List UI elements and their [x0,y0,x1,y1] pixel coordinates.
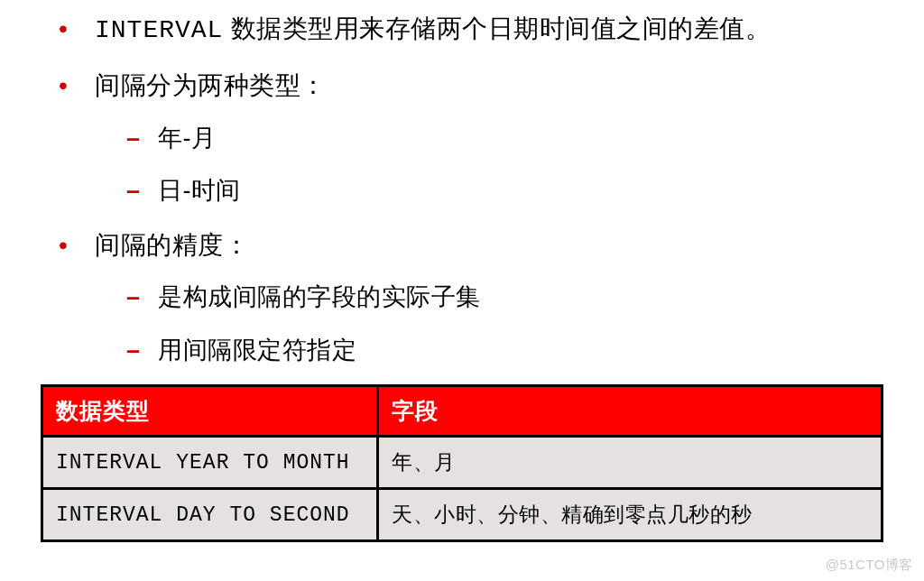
sub-bullet-list: 年-月 日-时间 [95,120,883,209]
sub-bullet-item: 用间隔限定符指定 [95,332,883,369]
table-row: INTERVAL YEAR TO MONTH 年、月 [42,437,882,489]
sub-bullet-item: 年-月 [95,120,883,157]
bullet-item: 间隔的精度： 是构成间隔的字段的实际子集 用间隔限定符指定 [41,226,883,368]
table-header-field: 字段 [378,386,882,437]
table-cell-type: INTERVAL DAY TO SECOND [42,489,378,541]
table-cell-type: INTERVAL YEAR TO MONTH [42,437,378,489]
table-header-row: 数据类型 字段 [42,386,882,437]
bullet-item: INTERVAL 数据类型用来存储两个日期时间值之间的差值。 [41,9,883,50]
bullet-text: 间隔的精度： [95,231,249,259]
sub-bullet-item: 日-时间 [95,172,883,209]
main-bullet-list: INTERVAL 数据类型用来存储两个日期时间值之间的差值。 间隔分为两种类型：… [41,9,883,368]
table-cell-field: 天、小时、分钟、精确到零点几秒的秒 [378,489,882,541]
table-header-type: 数据类型 [42,386,378,437]
interval-type-table: 数据类型 字段 INTERVAL YEAR TO MONTH 年、月 INTER… [41,384,883,542]
bullet-item: 间隔分为两种类型： 年-月 日-时间 [41,66,883,208]
table-row: INTERVAL DAY TO SECOND 天、小时、分钟、精确到零点几秒的秒 [42,489,882,541]
table-cell-field: 年、月 [378,437,882,489]
bullet-text: 间隔分为两种类型： [95,71,327,99]
sub-bullet-item: 是构成间隔的字段的实际子集 [95,279,883,316]
slide-content: INTERVAL 数据类型用来存储两个日期时间值之间的差值。 间隔分为两种类型：… [41,9,883,542]
bullet-text: 数据类型用来存储两个日期时间值之间的差值。 [223,14,771,42]
code-keyword: INTERVAL [95,16,223,44]
watermark-text: @51CTO博客 [826,557,913,574]
sub-bullet-list: 是构成间隔的字段的实际子集 用间隔限定符指定 [95,279,883,368]
